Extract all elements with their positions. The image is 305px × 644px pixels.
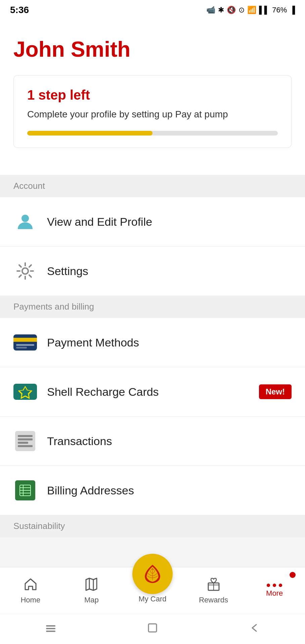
svg-point-1 <box>22 268 28 274</box>
my-card-label: My Card <box>138 595 166 603</box>
transactions-item[interactable]: Transactions <box>0 417 305 466</box>
settings-item[interactable]: Settings <box>0 247 305 296</box>
shell-recharge-cards-item[interactable]: Shell Recharge Cards New! <box>0 367 305 417</box>
transactions-icon <box>13 429 37 453</box>
map-icon <box>84 577 99 594</box>
svg-rect-24 <box>148 624 157 632</box>
account-menu-section: View and Edit Profile Settings <box>0 197 305 296</box>
progress-bar-container <box>27 131 278 136</box>
view-edit-profile-item[interactable]: View and Edit Profile <box>0 197 305 247</box>
camera-icon: 📹 <box>206 6 215 14</box>
rewards-label: Rewards <box>199 596 228 604</box>
nav-more[interactable]: More <box>244 567 305 614</box>
shell-button[interactable] <box>132 554 173 594</box>
home-label: Home <box>20 596 40 604</box>
transactions-label: Transactions <box>47 435 112 448</box>
main-content: John Smith 1 step left Complete your pro… <box>0 20 305 175</box>
status-bar: 5:36 📹 ✱ 🔇 ⊙ 📶 ▌▌ 76% ▐ <box>0 0 305 20</box>
mute-icon: 🔇 <box>227 6 236 14</box>
more-label: More <box>266 589 283 598</box>
notification-dot <box>290 572 296 578</box>
profile-icon <box>13 210 37 233</box>
android-home-btn[interactable] <box>146 621 159 637</box>
status-time: 5:36 <box>10 5 29 15</box>
billing-addresses-label: Billing Addresses <box>47 484 134 497</box>
wifi-icon: 📶 <box>247 6 256 14</box>
home-icon <box>23 577 38 594</box>
nav-my-card[interactable]: My Card <box>122 567 183 614</box>
payments-billing-section-header: Payments and billing <box>0 296 305 318</box>
settings-label: Settings <box>47 265 88 278</box>
nav-rewards[interactable]: Rewards <box>183 567 244 614</box>
account-section-header: Account <box>0 175 305 197</box>
billing-addresses-item[interactable]: Billing Addresses <box>0 466 305 515</box>
steps-left-label: 1 step left <box>27 88 278 103</box>
shell-recharge-icon <box>13 380 37 404</box>
settings-icon <box>13 259 37 283</box>
bluetooth-icon: ✱ <box>218 6 224 14</box>
app-bottom-nav: Home Map <box>0 567 305 614</box>
svg-rect-23 <box>46 631 55 632</box>
android-menu-btn[interactable] <box>44 621 57 637</box>
nav-home[interactable]: Home <box>0 567 61 614</box>
payment-methods-label: Payment Methods <box>47 336 139 349</box>
svg-line-9 <box>19 275 21 277</box>
svg-line-7 <box>29 275 31 277</box>
shell-recharge-cards-label: Shell Recharge Cards <box>47 385 159 398</box>
progress-bar-fill <box>27 131 152 136</box>
signal-icon: ▌▌ <box>259 6 269 14</box>
status-icons: 📹 ✱ 🔇 ⊙ 📶 ▌▌ 76% ▐ <box>206 6 295 14</box>
svg-point-0 <box>21 215 29 222</box>
svg-line-6 <box>19 265 21 267</box>
full-bottom-area: Home Map <box>0 567 305 644</box>
user-name: John Smith <box>13 37 292 62</box>
new-badge: New! <box>259 384 292 399</box>
map-label: Map <box>84 596 99 604</box>
nav-map[interactable]: Map <box>61 567 122 614</box>
location-icon: ⊙ <box>238 6 245 14</box>
view-edit-profile-label: View and Edit Profile <box>47 215 152 228</box>
payment-methods-item[interactable]: Payment Methods <box>0 318 305 367</box>
svg-rect-22 <box>46 628 55 629</box>
android-nav-bar <box>0 614 305 644</box>
more-icon <box>267 584 282 587</box>
svg-line-8 <box>29 265 31 267</box>
billing-addresses-icon <box>13 479 37 502</box>
svg-rect-21 <box>46 625 55 627</box>
rewards-icon <box>206 577 221 594</box>
battery-icon: ▐ <box>290 6 295 14</box>
payment-methods-icon <box>13 331 37 354</box>
profile-completion-card[interactable]: 1 step left Complete your profile by set… <box>13 75 292 148</box>
steps-description: Complete your profile by setting up Pay … <box>27 107 278 121</box>
battery-text: 76% <box>272 6 287 14</box>
payments-billing-menu-section: Payment Methods Shell Recharge Cards New… <box>0 318 305 515</box>
android-back-btn[interactable] <box>248 621 261 637</box>
sustainability-section-header: Sustainability <box>0 515 305 537</box>
